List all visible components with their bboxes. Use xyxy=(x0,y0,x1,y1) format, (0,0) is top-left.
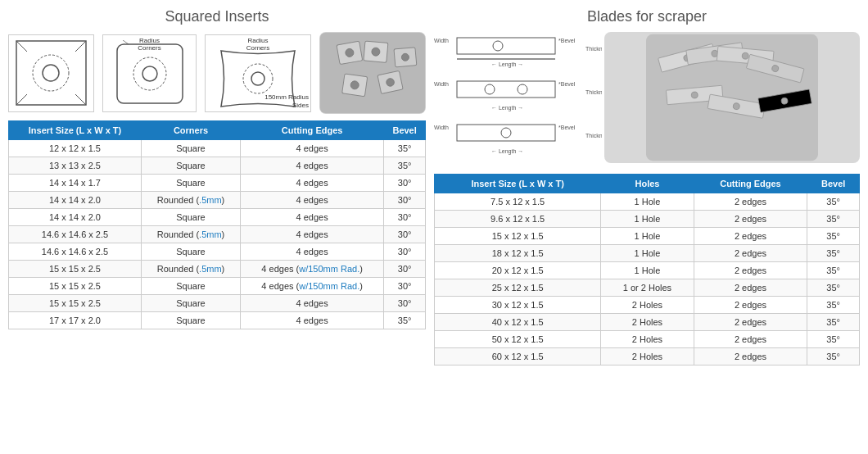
left-table-cell: 4 edges (w/150mm Rad.) xyxy=(241,278,384,295)
right-table-cell: 2 edges xyxy=(694,331,807,348)
highlight-text: .5mm xyxy=(199,264,222,274)
left-table-cell: 30° xyxy=(384,243,426,261)
right-table-cell: 2 edges xyxy=(694,348,807,365)
right-table-cell: 2 edges xyxy=(694,211,807,228)
right-table-row: 40 x 12 x 1.52 Holes2 edges35° xyxy=(435,314,860,331)
left-table-cell: 4 edges (w/150mm Rad.) xyxy=(241,261,384,278)
right-table-cell: 35° xyxy=(807,262,860,279)
left-table-cell: 15 x 15 x 2.5 xyxy=(9,261,142,278)
right-section: Blades for scraper Width *Bevel Thickne xyxy=(434,8,860,365)
svg-line-3 xyxy=(16,41,27,52)
diagram-radius-insert: RadiusCorners xyxy=(102,34,197,112)
left-table-cell: 4 edges xyxy=(241,175,384,192)
left-table-cell: Square xyxy=(141,209,240,226)
left-table-cell: 4 edges xyxy=(241,295,384,312)
right-table-cell: 1 Hole xyxy=(601,228,694,245)
left-table-row: 17 x 17 x 2.0Square4 edges35° xyxy=(9,312,426,329)
left-table-cell: 15 x 15 x 2.5 xyxy=(9,295,142,312)
right-table-cell: 2 edges xyxy=(694,314,807,331)
svg-text:Width: Width xyxy=(434,81,449,87)
left-title: Squared Inserts xyxy=(8,8,426,25)
left-table-row: 14.6 x 14.6 x 2.5Rounded (.5mm)4 edges30… xyxy=(9,226,426,243)
left-table-row: 14 x 14 x 2.0Rounded (.5mm)4 edges30° xyxy=(9,192,426,209)
right-table-cell: 2 edges xyxy=(694,279,807,297)
svg-point-26 xyxy=(493,41,503,51)
right-table-row: 15 x 12 x 1.51 Hole2 edges35° xyxy=(435,228,860,245)
left-table-cell: 14 x 14 x 1.7 xyxy=(9,175,142,192)
left-table-row: 15 x 15 x 2.5Square4 edges30° xyxy=(9,295,426,312)
diagram-plain-insert xyxy=(8,34,94,112)
right-table-cell: 2 Holes xyxy=(601,297,694,314)
left-table-cell: 13 x 13 x 2.5 xyxy=(9,157,142,175)
right-table-row: 7.5 x 12 x 1.51 Hole2 edges35° xyxy=(435,193,860,211)
left-table-cell: 4 edges xyxy=(241,226,384,243)
right-table-cell: 50 x 12 x 1.5 xyxy=(435,331,601,348)
left-table-row: 13 x 13 x 2.5Square4 edges35° xyxy=(9,157,426,175)
svg-rect-40 xyxy=(457,125,555,141)
right-col-header-cutting: Cutting Edges xyxy=(694,175,807,193)
left-table-cell: Rounded (.5mm) xyxy=(141,226,240,243)
radius-corners-label2: RadiusCorners xyxy=(207,37,309,52)
blades-photo-svg xyxy=(646,33,818,162)
highlight-rad-text: w/150mm Rad. xyxy=(299,281,359,291)
left-table-cell: 4 edges xyxy=(241,140,384,157)
left-table-cell: 4 edges xyxy=(241,157,384,175)
left-table-cell: 35° xyxy=(384,140,426,157)
svg-text:*Bevel: *Bevel xyxy=(558,125,576,130)
left-table-cell: 4 edges xyxy=(241,192,384,209)
highlight-rad-text: w/150mm Rad. xyxy=(299,264,359,274)
right-table-cell: 2 edges xyxy=(694,228,807,245)
blades-table: Insert Size (L x W x T) Holes Cutting Ed… xyxy=(434,174,860,365)
svg-rect-7 xyxy=(117,44,183,103)
left-table-cell: Square xyxy=(141,140,240,157)
left-table-cell: 12 x 12 x 1.5 xyxy=(9,140,142,157)
inserts-photo xyxy=(319,32,426,114)
highlight-text: .5mm xyxy=(199,195,222,205)
diagram-150mm-insert: RadiusCorners 150mm RadiusSides xyxy=(205,34,311,112)
right-table-row: 50 x 12 x 1.52 Holes2 edges35° xyxy=(435,331,860,348)
right-table-cell: 9.6 x 12 x 1.5 xyxy=(435,211,601,228)
main-container: Squared Inserts xyxy=(0,0,868,374)
left-table-cell: 17 x 17 x 2.0 xyxy=(9,312,142,329)
plain-insert-svg xyxy=(12,37,90,109)
svg-point-9 xyxy=(142,66,157,81)
left-table-cell: Square xyxy=(141,278,240,295)
right-table-cell: 2 edges xyxy=(694,262,807,279)
left-table-cell: 14 x 14 x 2.0 xyxy=(9,209,142,226)
left-table-cell: 15 x 15 x 2.5 xyxy=(9,278,142,295)
svg-text:*Bevel: *Bevel xyxy=(558,81,576,87)
right-table-cell: 35° xyxy=(807,331,860,348)
svg-text:←  Length  →: ← Length → xyxy=(491,61,523,68)
svg-text:←  Length  →: ← Length → xyxy=(491,148,523,155)
left-table-cell: 30° xyxy=(384,175,426,192)
left-table-cell: Square xyxy=(141,312,240,329)
left-table-cell: 14.6 x 14.6 x 2.5 xyxy=(9,243,142,261)
svg-point-51 xyxy=(742,52,748,59)
left-table-cell: 35° xyxy=(384,312,426,329)
col-header-cutting: Cutting Edges xyxy=(241,121,384,140)
svg-rect-0 xyxy=(16,41,86,105)
left-table-cell: Rounded (.5mm) xyxy=(141,261,240,278)
left-table-cell: 30° xyxy=(384,278,426,295)
right-table-cell: 30 x 12 x 1.5 xyxy=(435,297,601,314)
left-table-row: 15 x 15 x 2.5Rounded (.5mm)4 edges (w/15… xyxy=(9,261,426,278)
right-table-row: 25 x 12 x 1.51 or 2 Holes2 edges35° xyxy=(435,279,860,297)
left-table-row: 14.6 x 14.6 x 2.5Square4 edges30° xyxy=(9,243,426,261)
right-table-cell: 35° xyxy=(807,193,860,211)
right-col-header-bevel: Bevel xyxy=(807,175,860,193)
right-table-row: 18 x 12 x 1.51 Hole2 edges35° xyxy=(435,245,860,262)
col-header-bevel: Bevel xyxy=(384,121,426,140)
left-table-cell: Square xyxy=(141,243,240,261)
left-table-cell: 35° xyxy=(384,157,426,175)
left-section: Squared Inserts xyxy=(8,8,426,365)
highlight-text: .5mm xyxy=(199,229,222,239)
right-table-cell: 1 Hole xyxy=(601,245,694,262)
right-table-cell: 1 Hole xyxy=(601,262,694,279)
right-table-row: 9.6 x 12 x 1.51 Hole2 edges35° xyxy=(435,211,860,228)
left-table-cell: Rounded (.5mm) xyxy=(141,192,240,209)
svg-point-35 xyxy=(518,84,527,94)
svg-point-17 xyxy=(371,48,380,57)
right-table-cell: 2 Holes xyxy=(601,331,694,348)
svg-line-4 xyxy=(75,41,86,52)
left-table-cell: 30° xyxy=(384,209,426,226)
